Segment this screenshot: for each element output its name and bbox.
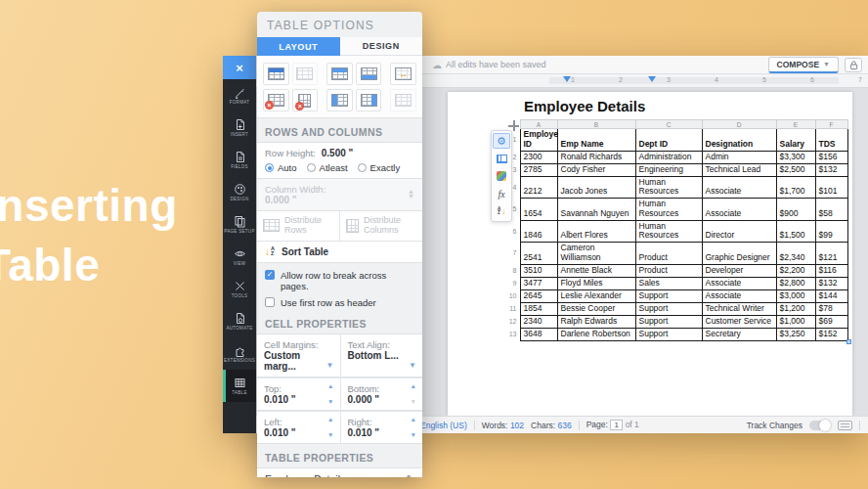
margin-right-stepper[interactable]: Right: 0.010 " ▲▼ xyxy=(340,411,423,443)
table-cell[interactable]: $2,200 xyxy=(776,264,815,277)
sidebar-item-format[interactable]: FORMAT xyxy=(223,79,256,111)
table-cell[interactable]: Admin xyxy=(702,151,776,163)
table-cell[interactable]: Associate xyxy=(702,277,776,289)
insert-column-left-icon[interactable] xyxy=(326,89,353,111)
table-cell[interactable]: $3,250 xyxy=(776,328,815,340)
sidebar-item-table[interactable]: TABLE xyxy=(223,370,256,402)
table-cell[interactable]: Salary xyxy=(776,129,815,152)
first-row-header-checkbox[interactable]: Use first row as header xyxy=(265,297,414,308)
table-cell[interactable]: 3510 xyxy=(520,264,557,277)
table-cell[interactable]: 1846 xyxy=(520,220,557,243)
language-selector[interactable]: English (US) xyxy=(420,421,467,430)
table-cell[interactable]: Floyd Miles xyxy=(557,277,635,289)
allow-row-break-checkbox[interactable]: ✓ Allow row to break across pages. xyxy=(265,270,414,291)
table-cell[interactable]: Secretary xyxy=(702,328,776,340)
column-letter[interactable]: A xyxy=(520,120,557,129)
tab-layout[interactable]: LAYOUT xyxy=(257,37,340,56)
row-number[interactable]: 6 xyxy=(506,220,520,243)
table-cell[interactable]: $132 xyxy=(815,163,847,176)
table-settings-icon[interactable]: ⚙ xyxy=(493,133,510,149)
table-cell[interactable]: 1854 xyxy=(520,302,557,315)
row-height-value[interactable]: 0.500 " xyxy=(322,148,354,158)
table-cell[interactable]: Associate xyxy=(702,289,776,302)
sort-table-card[interactable]: ↓AZ Sort Table xyxy=(257,242,422,263)
table-style-icon[interactable] xyxy=(493,168,510,184)
margin-top-stepper[interactable]: Top: 0.010 " ▲▼ xyxy=(257,378,340,410)
row-number[interactable]: 12 xyxy=(506,315,520,328)
table-cell[interactable]: $1,200 xyxy=(776,302,815,315)
column-letter[interactable]: D xyxy=(702,120,776,129)
row-number[interactable]: 11 xyxy=(506,302,520,315)
table-cell[interactable]: $1,500 xyxy=(776,220,815,243)
merge-cells-icon[interactable] xyxy=(390,63,416,85)
table-cell[interactable]: Graphic Designer xyxy=(702,243,776,265)
sidebar-item-page-setup[interactable]: PAGE SETUP xyxy=(223,208,256,241)
radio-atleast[interactable]: Atleast xyxy=(307,162,348,173)
formula-icon[interactable]: fx xyxy=(493,186,510,201)
table-cell[interactable]: Bessie Cooper xyxy=(557,302,635,315)
table-cell[interactable]: Darlene Robertson xyxy=(557,328,635,340)
sidebar-item-view[interactable]: VIEW xyxy=(223,241,256,273)
table-cell[interactable]: Cody Fisher xyxy=(557,163,635,176)
table-cell[interactable]: Sales xyxy=(635,277,702,289)
table-cell[interactable]: $3,300 xyxy=(776,151,815,163)
table-cell[interactable]: Human Resources xyxy=(635,199,702,221)
table-cell[interactable]: $58 xyxy=(815,199,847,221)
table-cell[interactable]: $1,000 xyxy=(776,315,815,328)
insert-row-above-icon[interactable] xyxy=(326,63,353,85)
table-cell[interactable]: $132 xyxy=(815,277,847,289)
table-cell[interactable]: $144 xyxy=(815,289,847,302)
table-cell[interactable]: $2,500 xyxy=(776,163,815,176)
table-cell[interactable]: Jacob Jones xyxy=(557,176,635,199)
radio-exactly[interactable]: Exactly xyxy=(358,162,401,173)
table-cell[interactable]: Support xyxy=(635,315,702,328)
table-cell[interactable]: 3477 xyxy=(520,277,557,289)
row-number[interactable]: 13 xyxy=(506,328,520,340)
table-grid-icon[interactable] xyxy=(493,151,510,166)
table-cell[interactable]: Albert Flores xyxy=(557,220,635,243)
sidebar-item-tools[interactable]: TOOLS xyxy=(223,273,256,305)
insert-table-icon[interactable] xyxy=(263,63,289,85)
table-cell[interactable]: Administration xyxy=(635,151,702,163)
table-cell[interactable]: $78 xyxy=(815,302,847,315)
table-cell[interactable]: Developer xyxy=(702,264,776,277)
table-cell[interactable]: Dept ID xyxy=(635,129,702,152)
word-count[interactable]: Words: 102 xyxy=(482,421,524,430)
margin-bottom-stepper[interactable]: Bottom: 0.000 " ▲▼ xyxy=(340,378,423,410)
table-cell[interactable]: Engineering xyxy=(635,163,702,176)
margin-left-stepper[interactable]: Left: 0.010 " ▲▼ xyxy=(257,411,340,443)
insert-column-right-icon[interactable] xyxy=(356,89,382,111)
table-cell[interactable]: $116 xyxy=(815,264,847,277)
tab-design[interactable]: DESIGN xyxy=(340,37,423,56)
table-cell[interactable]: $2,800 xyxy=(776,277,815,289)
table-cell[interactable]: $99 xyxy=(815,220,847,243)
lock-document-button[interactable] xyxy=(845,58,862,72)
employee-table[interactable]: ABCDEF1Employee IDEmp NameDept IDDesigna… xyxy=(506,119,848,341)
table-cell[interactable]: 2300 xyxy=(520,151,557,163)
table-name-value[interactable]: Employee-Details xyxy=(265,473,345,477)
table-cell[interactable]: $69 xyxy=(815,315,847,328)
table-cell[interactable]: 3648 xyxy=(520,328,557,340)
table-cell[interactable]: Annette Black xyxy=(557,264,635,277)
delete-column-icon[interactable]: × xyxy=(292,89,319,111)
close-icon[interactable]: × xyxy=(223,56,256,79)
sidebar-item-fields[interactable]: FIELDS xyxy=(223,144,256,176)
sort-icon[interactable]: AZ↓ xyxy=(493,203,510,219)
table-cell[interactable]: $900 xyxy=(776,199,815,221)
ruler-indent-marker[interactable] xyxy=(648,76,656,82)
table-cell[interactable]: $1,700 xyxy=(776,176,815,199)
table-cell[interactable]: Technical Writer xyxy=(702,302,776,315)
table-cell[interactable]: Product xyxy=(635,243,702,265)
column-letter[interactable]: C xyxy=(635,120,702,129)
text-align-dropdown[interactable]: Text Align: Bottom L... ▼ xyxy=(340,334,423,377)
table-cell[interactable]: Ralph Edwards xyxy=(557,315,635,328)
table-cell[interactable]: 1654 xyxy=(520,199,557,221)
table-cell[interactable]: Associate xyxy=(702,176,776,199)
table-cell[interactable]: $152 xyxy=(815,328,847,340)
sidebar-item-automate[interactable]: AUTOMATE xyxy=(223,305,256,337)
table-resize-handle[interactable] xyxy=(846,339,851,344)
sidebar-item-insert[interactable]: INSERT xyxy=(223,111,256,144)
cell-margins-dropdown[interactable]: Cell Margins: Custom marg... ▼ xyxy=(257,334,340,377)
keyboard-shortcuts-icon[interactable] xyxy=(838,421,852,430)
edit-pencil-icon[interactable]: ✎ xyxy=(407,473,414,477)
